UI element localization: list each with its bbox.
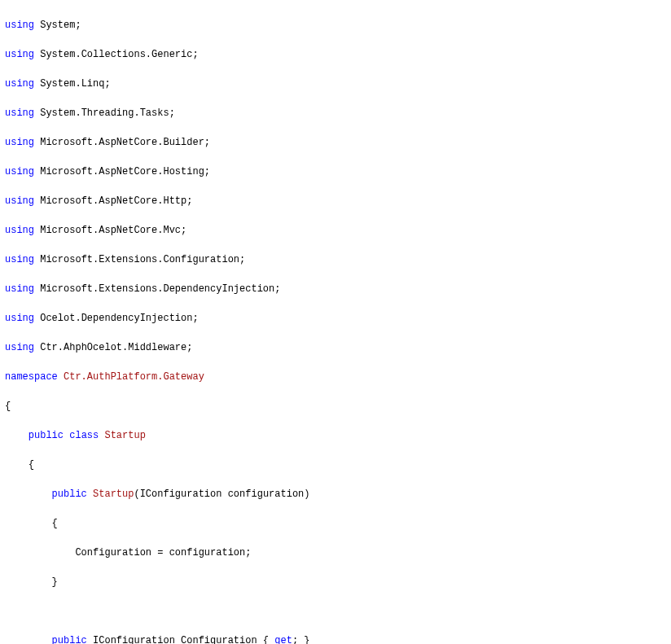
using-line: using Microsoft.Extensions.Configuration… (5, 252, 666, 267)
ctor-decl: public Startup(IConfiguration configurat… (5, 487, 666, 502)
using-line: using Microsoft.AspNetCore.Hosting; (5, 164, 666, 179)
using-line: using System.Linq; (5, 77, 666, 91)
using-line: using Microsoft.AspNetCore.Http; (5, 194, 666, 208)
ctor-body: Configuration = configuration; (5, 545, 666, 560)
using-line: using System; (5, 18, 666, 33)
using-line: using Microsoft.Extensions.DependencyInj… (5, 282, 666, 296)
brace: } (5, 575, 666, 589)
namespace-line: namespace Ctr.AuthPlatform.Gateway (5, 370, 666, 384)
class-decl: public class Startup (5, 428, 666, 443)
code-block: using System; using System.Collections.G… (0, 0, 671, 644)
using-line: using Microsoft.AspNetCore.Builder; (5, 135, 666, 150)
brace: { (5, 516, 666, 531)
using-line: using Ocelot.DependencyInjection; (5, 311, 666, 326)
using-line: using Microsoft.AspNetCore.Mvc; (5, 223, 666, 238)
brace: { (5, 458, 666, 472)
brace: { (5, 399, 666, 414)
blank-line (5, 604, 666, 619)
using-line: using System.Collections.Generic; (5, 47, 666, 62)
using-line: using System.Threading.Tasks; (5, 106, 666, 120)
config-prop: public IConfiguration Configuration { ge… (5, 633, 666, 644)
using-line: using Ctr.AhphOcelot.Middleware; (5, 340, 666, 355)
